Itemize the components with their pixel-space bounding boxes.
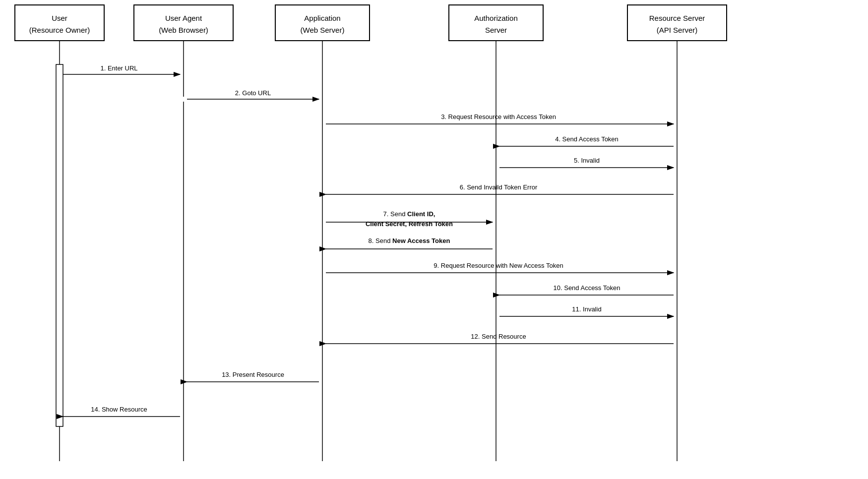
label-msg10: 10. Send Access Token: [554, 284, 620, 292]
label-msg5: 5. Invalid: [574, 157, 600, 164]
label-msg4: 4. Send Access Token: [555, 135, 619, 143]
label-msg1: 1. Enter URL: [100, 64, 137, 72]
label-msg6: 6. Send Invaild Token Error: [460, 183, 538, 191]
label-msg11: 11. Invalid: [572, 305, 601, 313]
actor-app-label1: Application: [304, 14, 340, 22]
actor-auth: [449, 5, 543, 41]
actor-user: [15, 5, 104, 41]
actor-user-label1: User: [52, 14, 67, 22]
svg-rect-2: [180, 97, 187, 102]
activation-user: [56, 64, 63, 426]
label-msg8: 8. Send New Access Token: [369, 237, 450, 244]
actor-auth-label2: Server: [485, 26, 507, 34]
label-msg9: 9. Request Resource with New Access Toke…: [434, 262, 563, 269]
actor-agent: [134, 5, 233, 41]
actor-app: [275, 5, 370, 41]
sequence-diagram: User (Resource Owner) User Agent (Web Br…: [0, 0, 868, 479]
actor-resource-label1: Resource Server: [649, 14, 705, 22]
label-msg7a: 7. Send Client ID,: [383, 210, 435, 218]
label-msg2: 2. Goto URL: [235, 89, 271, 97]
label-msg7b: Client Secret, Refresh Token: [366, 220, 453, 228]
label-msg12: 12. Send Resource: [471, 333, 526, 340]
label-msg3: 3. Request Resource with Access Token: [441, 113, 556, 120]
actor-agent-label2: (Web Browser): [159, 26, 208, 34]
label-msg13: 13. Present Resource: [222, 371, 284, 378]
actor-resource: [627, 5, 727, 41]
actor-app-label2: (Web Server): [301, 26, 345, 34]
label-msg14: 14. Show Resource: [91, 406, 147, 413]
actor-resource-label2: (API Server): [657, 26, 698, 34]
actor-user-label2: (Resource Owner): [29, 26, 90, 34]
actor-agent-label1: User Agent: [165, 14, 202, 22]
actor-auth-label1: Authorization: [474, 14, 518, 22]
